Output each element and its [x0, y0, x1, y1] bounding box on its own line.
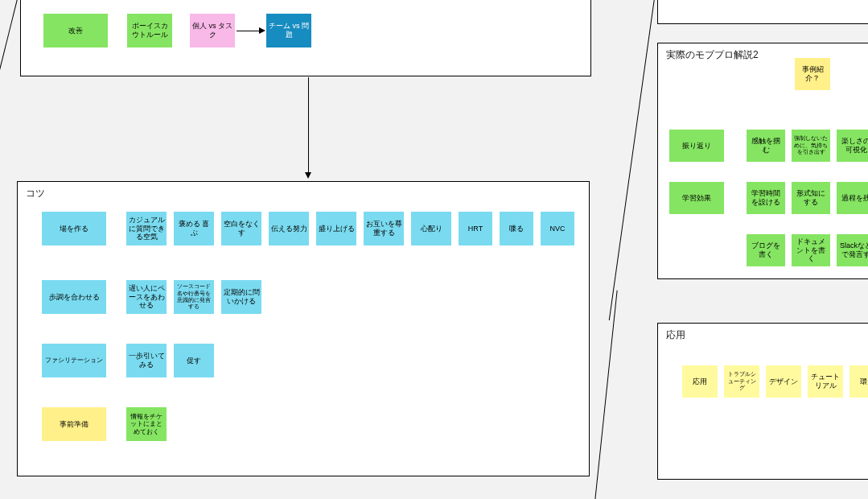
note-row2-3[interactable]: 定期的に問いかける: [221, 280, 261, 314]
arrow-line: [237, 31, 261, 31]
note-improve[interactable]: 改善: [43, 14, 108, 47]
note-row2-2[interactable]: ソースコード名や行番号を意識的に発言する: [174, 280, 214, 314]
note-row3-2[interactable]: 促す: [174, 344, 214, 377]
frame-kotsu[interactable]: コツ 場を作る カジュアルに質問できる空気 褒める 喜ぶ 空白をなくす 伝える努…: [17, 181, 590, 476]
note-row3-0[interactable]: ファシリテーション: [42, 344, 106, 377]
note-ouyou-3[interactable]: チュートリアル: [808, 365, 843, 398]
note-row3-1[interactable]: 一歩引いてみる: [126, 344, 167, 377]
note-r2-2[interactable]: 形式知にする: [792, 182, 830, 214]
arrow-head-icon: [259, 27, 265, 34]
note-row1-1[interactable]: カジュアルに質問できる空気: [126, 212, 167, 245]
note-r3-1[interactable]: ドキュメントを書く: [792, 234, 830, 266]
note-row1-6[interactable]: お互いを尊重する: [364, 212, 404, 245]
divider-line: [593, 291, 617, 499]
frame-title-mobpro2: 実際のモブプロ解説2: [666, 48, 759, 62]
note-ouyou-1[interactable]: トラブルシューティング: [724, 365, 759, 398]
note-r2-1[interactable]: 学習時間を設ける: [747, 182, 785, 214]
note-r3-2[interactable]: Slackなどで発言す: [837, 234, 868, 266]
note-ouyou-4[interactable]: 環: [849, 365, 868, 398]
note-row1-5[interactable]: 盛り上げる: [316, 212, 356, 245]
frame-top[interactable]: 改善 ボーイスカウトルール 個人 vs タスク チーム vs 問題: [20, 0, 591, 76]
note-row4-b[interactable]: 情報をチケットにまとめておく: [126, 407, 167, 441]
note-boyscout[interactable]: ボーイスカウトルール: [127, 14, 172, 47]
note-row1-4[interactable]: 伝える努力: [269, 212, 309, 245]
divider-line: [0, 0, 21, 71]
note-row1-3[interactable]: 空白をなくす: [221, 212, 261, 245]
note-ouyou-2[interactable]: デザイン: [766, 365, 801, 398]
note-row2-1[interactable]: 遅い人にペースをあわせる: [126, 280, 167, 314]
note-team-vs-problem[interactable]: チーム vs 問題: [266, 14, 311, 47]
note-row2-0[interactable]: 歩調を合わせる: [42, 280, 106, 314]
note-row1-7[interactable]: 心配り: [411, 212, 451, 245]
note-r1-0[interactable]: 振り返り: [669, 130, 724, 162]
note-row1-8[interactable]: HRT: [459, 212, 492, 245]
frame-title-ouyou: 応用: [666, 328, 685, 342]
divider-line: [609, 0, 656, 320]
note-row4-a[interactable]: 事前準備: [42, 407, 106, 441]
note-r1-1[interactable]: 感触を掴む: [747, 130, 785, 162]
arrow-line: [308, 77, 309, 174]
frame-ouyou[interactable]: 応用 応用 トラブルシューティング デザイン チュートリアル 環: [657, 323, 868, 480]
frame-mobpro2[interactable]: 実際のモブプロ解説2 事例紹介？ 振り返り 感触を掴む 強制しないために、気持ち…: [657, 43, 868, 279]
note-row1-9[interactable]: 喋る: [500, 212, 533, 245]
note-individual-vs-task[interactable]: 個人 vs タスク: [190, 14, 235, 47]
note-highlight[interactable]: 事例紹介？: [795, 58, 830, 90]
note-r1-2[interactable]: 強制しないために、気持ちを引き出す: [792, 130, 830, 162]
note-row1-0[interactable]: 場を作る: [42, 212, 106, 245]
frame-title-kotsu: コツ: [26, 187, 45, 200]
note-r1-3[interactable]: 楽しさの可視化: [837, 130, 868, 162]
arrow-head-icon: [305, 172, 311, 179]
note-row1-2[interactable]: 褒める 喜ぶ: [174, 212, 214, 245]
note-r2-0[interactable]: 学習効果: [669, 182, 724, 214]
frame-right-top[interactable]: [657, 0, 868, 24]
note-r3-0[interactable]: ブログを書く: [747, 234, 785, 266]
note-ouyou-0[interactable]: 応用: [682, 365, 718, 398]
note-row1-10[interactable]: NVC: [541, 212, 574, 245]
note-r2-3[interactable]: 過程を残: [837, 182, 868, 214]
